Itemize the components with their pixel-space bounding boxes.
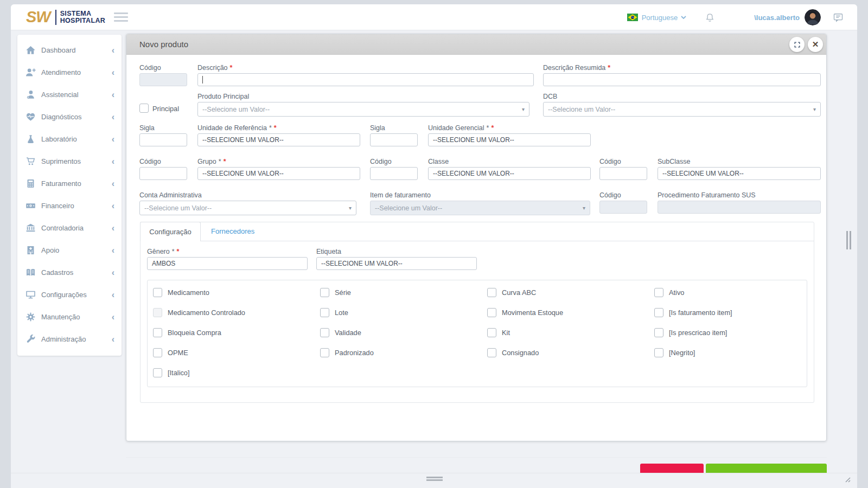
dcb-select[interactable]: --Selecione um Valor--▾ [543, 102, 821, 117]
sidebar-item-label: Atendimento [41, 68, 112, 76]
conta-administrativa-label: Conta Administrativa [139, 191, 202, 199]
sigla-gerencial-input[interactable] [370, 133, 418, 146]
sidebar-item[interactable]: Controladoria ‹ [17, 217, 122, 239]
checkbox-label: Medicamento [168, 288, 209, 297]
checkbox[interactable] [320, 308, 329, 317]
sigla-gerencial-label: Sigla [370, 124, 385, 132]
close-icon: ✕ [812, 40, 819, 49]
notifications-bell-icon[interactable] [705, 12, 715, 23]
sidebar-item[interactable]: Administração ‹ [17, 328, 122, 350]
descricao-label: Descrição* [197, 64, 232, 72]
sidebar-item[interactable]: Laboratório ‹ [17, 128, 122, 150]
panel-header: Novo produto ✕ [126, 34, 826, 55]
checkbox[interactable] [320, 328, 329, 337]
checkbox[interactable] [654, 288, 663, 297]
sidebar-item-icon [25, 67, 36, 78]
sidebar-item-label: Administração [41, 335, 112, 343]
panel-title: Novo produto [139, 40, 188, 49]
sidebar-item[interactable]: Apoio ‹ [17, 239, 122, 261]
checkbox[interactable] [654, 328, 663, 337]
side-panel-handle[interactable] [846, 231, 853, 249]
sidebar-item-icon [25, 156, 36, 166]
classe-input[interactable]: --SELECIONE UM VALOR-- [428, 167, 591, 180]
sidebar-item[interactable]: Faturamento ‹ [17, 172, 122, 195]
footer-divider [126, 457, 827, 458]
sidebar-item-label: Configurações [41, 291, 112, 299]
sidebar-item-label: Laboratório [41, 135, 112, 143]
checkbox[interactable] [654, 348, 663, 357]
sidebar-item[interactable]: Financeiro ‹ [17, 195, 122, 217]
checkbox[interactable] [487, 288, 496, 297]
unidade-gerencial-input[interactable]: --SELECIONE UM VALOR-- [428, 133, 591, 146]
avatar[interactable] [805, 9, 821, 25]
unidade-referencia-input[interactable]: --SELECIONE UM VALOR-- [197, 133, 360, 146]
classe-label: Classe [428, 158, 449, 165]
procedimento-sus-input [658, 201, 821, 214]
chevron-left-icon: ‹ [112, 113, 114, 121]
sidebar-item-icon [25, 334, 36, 344]
brazil-flag-icon [627, 14, 638, 21]
genero-input[interactable]: AMBOS [147, 257, 308, 270]
descricao-resumida-input[interactable] [543, 73, 821, 86]
sigla-referencia-input[interactable] [139, 133, 187, 146]
checkbox-label: Medicamento Controlado [168, 309, 245, 317]
resize-drag-handle[interactable] [426, 477, 443, 482]
genero-label: Gênero** [147, 248, 179, 255]
codigo-subclasse-input[interactable] [599, 167, 647, 180]
checkbox-row: Consignado [487, 348, 650, 357]
descricao-input[interactable] [197, 73, 534, 86]
checkbox-label: OPME [168, 349, 188, 357]
checkbox-row: [Negrito] [654, 348, 817, 357]
sidebar-item[interactable]: Manutenção ‹ [17, 306, 122, 328]
checkbox[interactable] [487, 328, 496, 337]
sidebar-item-label: Diagnósticos [41, 113, 112, 121]
codigo-grupo-input[interactable] [139, 167, 187, 180]
conta-administrativa-select[interactable]: --Selecione um Valor--▾ [139, 201, 356, 215]
username-label[interactable]: \lucas.alberto [754, 14, 800, 22]
grupo-input[interactable]: --SELECIONE UM VALOR-- [197, 167, 360, 180]
codigo-classe-input[interactable] [370, 167, 418, 180]
checkbox[interactable] [654, 308, 663, 317]
sidebar-item[interactable]: Atendimento ‹ [17, 61, 122, 84]
chat-icon[interactable] [833, 12, 844, 23]
menu-toggle-icon[interactable] [114, 12, 128, 22]
sidebar-item[interactable]: Suprimentos ‹ [17, 150, 122, 172]
checkbox[interactable] [320, 348, 329, 357]
checkbox[interactable] [487, 348, 496, 357]
checkbox-column-3: Curva ABC Movimenta Estoque Kit [487, 288, 650, 368]
app-window: SW SISTEMAHOSPITALAR Portuguese \lucas.a… [11, 4, 857, 488]
principal-checkbox[interactable] [139, 104, 149, 113]
checkbox[interactable] [153, 328, 162, 337]
tab-configuracao[interactable]: Configuração [140, 222, 201, 241]
item-faturamento-select: --Selecione um Valor--▾ [370, 201, 590, 215]
etiqueta-input[interactable]: --SELECIONE UM VALOR-- [316, 257, 477, 270]
sidebar-item[interactable]: Dashboard ‹ [17, 39, 122, 61]
dcb-label: DCB [543, 93, 557, 100]
corner-resize-grip[interactable] [843, 475, 851, 483]
expand-icon [794, 41, 801, 48]
logo-divider [55, 10, 56, 25]
close-button[interactable]: ✕ [808, 37, 823, 52]
sidebar-item-icon [25, 201, 36, 211]
checkbox-row: OPME [153, 348, 316, 357]
sidebar-item-label: Faturamento [41, 179, 112, 188]
checkbox[interactable] [487, 308, 496, 317]
checkbox[interactable] [153, 348, 162, 357]
tab-fornecedores[interactable]: Fornecedores [211, 222, 254, 241]
language-selector[interactable]: Portuguese [627, 14, 687, 22]
bottom-strip [11, 473, 857, 488]
checkbox[interactable] [320, 288, 329, 297]
sidebar-item[interactable]: Configurações ‹ [17, 284, 122, 306]
subclasse-input[interactable]: --SELECIONE UM VALOR-- [658, 167, 821, 180]
produto-principal-select[interactable]: --Selecione um Valor--▾ [197, 102, 529, 117]
sidebar-item-icon [25, 178, 36, 189]
checkbox-row: Padronizado [320, 348, 483, 357]
expand-button[interactable] [789, 37, 805, 52]
checkbox[interactable] [153, 368, 162, 377]
sidebar-item-icon [25, 112, 36, 122]
app-logo[interactable]: SW SISTEMAHOSPITALAR [26, 8, 105, 26]
sidebar-item[interactable]: Assistencial ‹ [17, 84, 122, 106]
checkbox[interactable] [153, 288, 162, 297]
sidebar-item[interactable]: Cadastros ‹ [17, 261, 122, 284]
sidebar-item[interactable]: Diagnósticos ‹ [17, 106, 122, 128]
